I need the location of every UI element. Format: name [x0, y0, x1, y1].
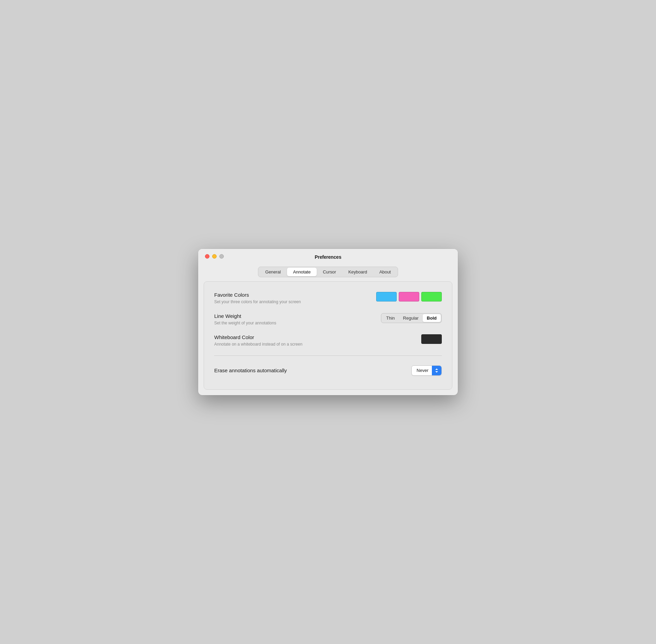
line-weight-regular[interactable]: Regular	[399, 314, 423, 322]
erase-automatically-row: Erase annotations automatically Never	[214, 365, 442, 376]
line-weight-label: Line Weight	[214, 313, 381, 319]
erase-automatically-select[interactable]: Never	[411, 365, 442, 376]
tab-annotate[interactable]: Annotate	[287, 268, 317, 276]
minimize-button[interactable]	[212, 254, 217, 259]
divider	[214, 355, 442, 356]
whiteboard-color-label-group: Whiteboard Color Annotate on a whiteboar…	[214, 334, 421, 347]
favorite-colors-description: Set your three colors for annotating you…	[214, 299, 310, 305]
content-area: Favorite Colors Set your three colors fo…	[204, 281, 452, 389]
color-swatch-1[interactable]	[376, 292, 397, 301]
line-weight-button-group: Thin Regular Bold	[381, 313, 442, 323]
line-weight-description: Set the weight of your annotations	[214, 320, 310, 326]
erase-automatically-value: Never	[412, 366, 432, 375]
whiteboard-color-swatch[interactable]	[421, 334, 442, 344]
preferences-window: Preferences General Annotate Cursor Keyb…	[198, 249, 458, 395]
close-button[interactable]	[205, 254, 209, 259]
tab-keyboard[interactable]: Keyboard	[342, 268, 373, 276]
line-weight-control: Thin Regular Bold	[381, 313, 442, 323]
line-weight-row: Line Weight Set the weight of your annot…	[214, 313, 442, 326]
window-controls	[205, 254, 224, 259]
line-weight-thin[interactable]: Thin	[382, 314, 399, 322]
tabs-bar: General Annotate Cursor Keyboard About	[198, 264, 458, 281]
window-title: Preferences	[315, 254, 341, 260]
tab-cursor[interactable]: Cursor	[317, 268, 342, 276]
erase-automatically-label: Erase annotations automatically	[214, 367, 287, 373]
line-weight-bold[interactable]: Bold	[423, 314, 441, 322]
favorite-colors-label: Favorite Colors	[214, 292, 376, 298]
tabs-container: General Annotate Cursor Keyboard About	[258, 267, 398, 277]
favorite-colors-label-group: Favorite Colors Set your three colors fo…	[214, 292, 376, 305]
color-swatch-3[interactable]	[421, 292, 442, 301]
tab-general[interactable]: General	[259, 268, 287, 276]
maximize-button[interactable]	[219, 254, 224, 259]
whiteboard-color-row: Whiteboard Color Annotate on a whiteboar…	[214, 334, 442, 347]
color-swatch-2[interactable]	[399, 292, 419, 301]
favorite-colors-row: Favorite Colors Set your three colors fo…	[214, 292, 442, 305]
whiteboard-color-description: Annotate on a whiteboard instead of on a…	[214, 341, 310, 347]
tab-about[interactable]: About	[373, 268, 397, 276]
whiteboard-color-control	[421, 334, 442, 344]
favorite-colors-control	[376, 292, 442, 301]
chevron-updown-icon	[435, 368, 439, 373]
titlebar: Preferences	[198, 249, 458, 264]
whiteboard-color-label: Whiteboard Color	[214, 334, 421, 340]
select-arrow-button[interactable]	[432, 366, 441, 375]
line-weight-label-group: Line Weight Set the weight of your annot…	[214, 313, 381, 326]
